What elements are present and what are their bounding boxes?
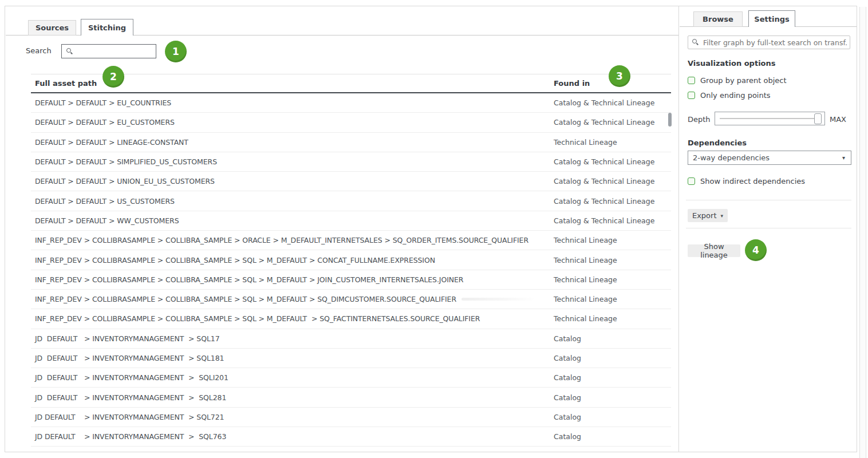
export-button[interactable]: Export ▾ xyxy=(688,209,728,222)
table-body: DEFAULT > DEFAULT > EU_COUNTRIESCatalog … xyxy=(31,93,671,452)
found-in-cell: Technical Lineage xyxy=(554,314,671,323)
table-row[interactable]: JD DEFAULT > INVENTORYMANAGEMENT > SQLI2… xyxy=(31,368,671,388)
dependencies-title: Dependencies xyxy=(688,139,747,147)
asset-path-cell: JD DEFAULT > INVENTORYMANAGEMENT > SQL72… xyxy=(31,413,554,421)
found-in-cell: Catalog xyxy=(554,373,671,382)
tab-stitching-label: Stitching xyxy=(88,23,126,32)
tab-stitching[interactable]: Stitching xyxy=(81,19,133,35)
table-row[interactable]: DEFAULT > DEFAULT > EU_CUSTOMERSCatalog … xyxy=(31,113,671,132)
filter-search-icon xyxy=(692,39,699,46)
table-row[interactable]: JD DEFAULT: > INVENTORYMANAGEMENT > F460… xyxy=(31,447,671,452)
search-box xyxy=(61,44,156,58)
chevron-down-icon: ▾ xyxy=(721,213,724,219)
annotation-circle-2: 2 xyxy=(102,66,124,88)
show-indirect-dependencies-checkbox[interactable] xyxy=(688,177,695,185)
asset-path-cell: INF_REP_DEV > COLLIBRASAMPLE > COLLIBRA_… xyxy=(31,256,554,264)
asset-path-cell: JD DEFAULT > INVENTORYMANAGEMENT > SQLI2… xyxy=(31,373,554,382)
asset-path-cell: INF_REP_DEV > COLLIBRASAMPLE > COLLIBRA_… xyxy=(31,236,554,244)
asset-path-cell: DEFAULT > DEFAULT > EU_CUSTOMERS xyxy=(31,118,554,127)
found-in-cell: Catalog & Technical Lineage xyxy=(554,216,671,225)
panel-divider xyxy=(678,6,679,452)
table-row[interactable]: DEFAULT > DEFAULT > US_CUSTOMERSCatalog … xyxy=(31,191,671,211)
asset-path-cell: DEFAULT > DEFAULT > UNION_EU_US_CUSTOMER… xyxy=(31,177,554,185)
search-label: Search xyxy=(26,46,52,55)
dependencies-select[interactable]: 2-way dependencies ▾ xyxy=(688,151,851,165)
asset-path-cell: DEFAULT > DEFAULT > LINEAGE-CONSTANT xyxy=(31,138,554,147)
table-row[interactable]: INF_REP_DEV > COLLIBRASAMPLE > COLLIBRA_… xyxy=(31,290,671,309)
asset-path-cell: INF_REP_DEV > COLLIBRASAMPLE > COLLIBRA_… xyxy=(31,314,554,323)
show-lineage-button-label: Show lineage xyxy=(691,242,737,259)
asset-path-cell: INF_REP_DEV > COLLIBRASAMPLE > COLLIBRA_… xyxy=(31,275,554,284)
left-scrollbar-thumb[interactable] xyxy=(668,113,672,127)
found-in-cell: Technical Lineage xyxy=(554,295,671,303)
found-in-cell: Catalog & Technical Lineage xyxy=(554,98,671,107)
checkbox-row-only-ending-points: Only ending points xyxy=(688,91,771,100)
show-lineage-button[interactable]: Show lineage xyxy=(688,244,740,257)
found-in-cell: Technical Lineage xyxy=(554,236,671,244)
checkbox-row-indirect-dependencies: Show indirect dependencies xyxy=(688,177,805,185)
table-row[interactable]: INF_REP_DEV > COLLIBRASAMPLE > COLLIBRA_… xyxy=(31,309,671,329)
found-in-cell: Catalog & Technical Lineage xyxy=(554,118,671,127)
shimmer-artifact xyxy=(461,298,535,301)
table-row[interactable]: DEFAULT > DEFAULT > LINEAGE-CONSTANTTech… xyxy=(31,133,671,152)
depth-max-label: MAX xyxy=(830,115,846,124)
table-row[interactable]: JD DEFAULT > INVENTORYMANAGEMENT > SQL17… xyxy=(31,329,671,349)
search-input[interactable] xyxy=(76,46,156,56)
asset-path-cell: JD DEFAULT > INVENTORYMANAGEMENT > SQL76… xyxy=(31,432,554,441)
found-in-cell: Catalog & Technical Lineage xyxy=(554,177,671,185)
found-in-cell: Catalog xyxy=(554,432,671,441)
table-row[interactable]: DEFAULT > DEFAULT > UNION_EU_US_CUSTOMER… xyxy=(31,172,671,191)
depth-slider-track[interactable] xyxy=(720,118,814,119)
asset-path-cell: DEFAULT > DEFAULT > EU_COUNTRIES xyxy=(31,98,554,107)
depth-slider-thumb[interactable] xyxy=(814,113,822,124)
tab-browse-label: Browse xyxy=(703,15,733,23)
checkbox-row-group-by-parent: Group by parent object xyxy=(688,76,787,85)
asset-path-cell: JD DEFAULT > INVENTORYMANAGEMENT > SQL28… xyxy=(31,393,554,402)
table-row[interactable]: INF_REP_DEV > COLLIBRASAMPLE > COLLIBRA_… xyxy=(31,231,671,250)
page-scrollbar-track[interactable] xyxy=(859,7,866,458)
table-row[interactable]: JD DEFAULT > INVENTORYMANAGEMENT > SQL72… xyxy=(31,408,671,427)
tab-settings-label: Settings xyxy=(754,15,789,23)
table-row[interactable]: DEFAULT > DEFAULT > WW_CUSTOMERSCatalog … xyxy=(31,211,671,231)
found-in-cell: Catalog xyxy=(554,334,671,343)
annotation-circle-4: 4 xyxy=(745,239,767,261)
table-header: Full asset path Found in xyxy=(31,74,671,93)
only-ending-points-label: Only ending points xyxy=(700,91,771,100)
visualization-options-title: Visualization options xyxy=(688,59,776,68)
table-row[interactable]: JD DEFAULT > INVENTORYMANAGEMENT > SQL18… xyxy=(31,349,671,368)
found-in-cell: Catalog xyxy=(554,452,671,452)
asset-path-cell: JD DEFAULT > INVENTORYMANAGEMENT > SQL18… xyxy=(31,354,554,362)
depth-slider[interactable] xyxy=(715,112,825,125)
table-row[interactable]: INF_REP_DEV > COLLIBRASAMPLE > COLLIBRA_… xyxy=(31,250,671,270)
group-by-parent-checkbox[interactable] xyxy=(688,77,695,84)
content-panel: Sources Stitching Search Full asset path… xyxy=(5,6,857,452)
tab-settings[interactable]: Settings xyxy=(748,10,795,27)
filter-box xyxy=(688,35,850,49)
group-by-parent-label: Group by parent object xyxy=(700,76,787,85)
depth-label: Depth xyxy=(688,115,711,124)
only-ending-points-checkbox[interactable] xyxy=(688,92,695,99)
asset-path-cell: DEFAULT > DEFAULT > SIMPLIFIED_US_CUSTOM… xyxy=(31,157,554,166)
divider xyxy=(686,200,851,200)
table-row[interactable]: INF_REP_DEV > COLLIBRASAMPLE > COLLIBRA_… xyxy=(31,270,671,290)
found-in-cell: Catalog xyxy=(554,393,671,402)
found-in-cell: Catalog xyxy=(554,413,671,421)
table-row[interactable]: JD DEFAULT > INVENTORYMANAGEMENT > SQL28… xyxy=(31,388,671,407)
annotation-number: 1 xyxy=(172,46,179,57)
tab-sources-label: Sources xyxy=(35,23,69,32)
tab-sources[interactable]: Sources xyxy=(28,20,76,35)
annotation-circle-3: 3 xyxy=(609,65,630,87)
asset-path-cell: JD DEFAULT: > INVENTORYMANAGEMENT > F460… xyxy=(31,452,554,452)
table-row[interactable]: JD DEFAULT > INVENTORYMANAGEMENT > SQL76… xyxy=(31,427,671,447)
divider xyxy=(686,228,851,228)
search-icon xyxy=(66,48,73,55)
show-indirect-dependencies-label: Show indirect dependencies xyxy=(700,177,805,185)
table-row[interactable]: DEFAULT > DEFAULT > SIMPLIFIED_US_CUSTOM… xyxy=(31,152,671,172)
table-row[interactable]: DEFAULT > DEFAULT > EU_COUNTRIESCatalog … xyxy=(31,93,671,113)
filter-graph-input[interactable] xyxy=(702,38,850,48)
export-button-label: Export xyxy=(692,211,717,220)
annotation-circle-1: 1 xyxy=(165,41,187,62)
tab-browse[interactable]: Browse xyxy=(693,11,743,27)
found-in-cell: Technical Lineage xyxy=(554,256,671,264)
found-in-cell: Catalog xyxy=(554,354,671,362)
